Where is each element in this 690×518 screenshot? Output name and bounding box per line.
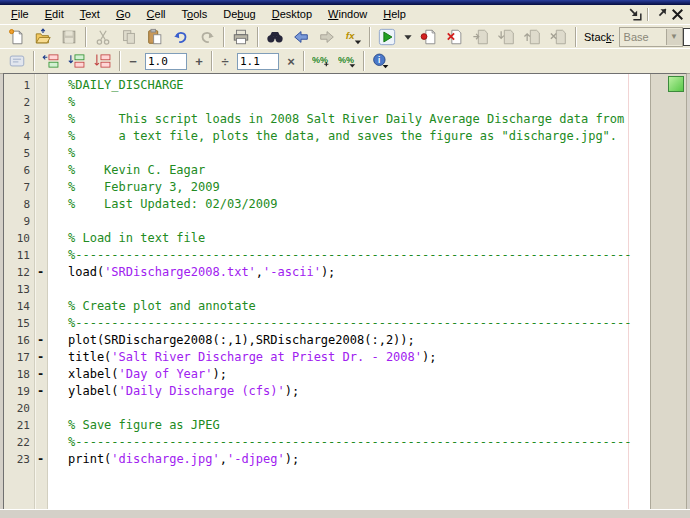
code-line[interactable]: 13	[4, 281, 650, 298]
code-line[interactable]: 10% Load in text file	[4, 230, 650, 247]
print-button[interactable]	[228, 26, 254, 48]
code-line[interactable]: 19-ylabel('Daily Discharge (cfs)');	[4, 383, 650, 400]
line-number: 4	[4, 128, 34, 145]
increment-value-button[interactable]: +	[190, 52, 208, 70]
code-text: %	[47, 94, 650, 111]
toolbar-separator	[363, 51, 365, 71]
code-line[interactable]: 15%-------------------------------------…	[4, 315, 650, 332]
clear-all-breakpoints-button[interactable]	[442, 26, 468, 48]
go-back-button[interactable]	[288, 26, 314, 48]
editor-pane[interactable]: 1%DAILY_DISCHARGE2%3% This script loads …	[3, 73, 687, 512]
exit-debug-button	[546, 26, 572, 48]
evaluate-cell-button[interactable]	[38, 50, 64, 72]
evaluate-cell-advance-button[interactable]	[64, 50, 90, 72]
code-line[interactable]: 6% Kevin C. Eagar	[4, 162, 650, 179]
code-line[interactable]: 7% February 3, 2009	[4, 179, 650, 196]
line-number: 7	[4, 179, 34, 196]
window-tile-button[interactable]	[683, 28, 690, 46]
code-text: ylabel('Daily Discharge (cfs)');	[47, 383, 650, 400]
code-line[interactable]: 17-title('Salt River Discharge at Priest…	[4, 349, 650, 366]
code-text: % Load in text file	[47, 230, 650, 247]
breakpoint-margin[interactable]	[34, 128, 47, 145]
dock-icon[interactable]	[627, 7, 644, 22]
line-number: 11	[4, 247, 34, 264]
menu-desktop[interactable]: Desktop	[264, 6, 320, 23]
code-line[interactable]: 4% a text file, plots the data, and save…	[4, 128, 650, 145]
decrement-value-button[interactable]: −	[124, 52, 142, 70]
menu-text[interactable]: Text	[72, 6, 108, 23]
menu-file[interactable]: File	[3, 6, 37, 23]
breakpoint-margin[interactable]	[34, 400, 47, 417]
menu-debug[interactable]: Debug	[215, 6, 263, 23]
breakpoint-margin[interactable]: -	[34, 349, 47, 366]
multiply-value-button[interactable]: ×	[282, 52, 300, 70]
toolbar-separator	[85, 27, 87, 47]
code-line[interactable]: 14% Create plot and annotate	[4, 298, 650, 315]
breakpoint-margin[interactable]: -	[34, 451, 47, 468]
breakpoint-margin[interactable]	[34, 434, 47, 451]
paste-button[interactable]	[142, 26, 168, 48]
menu-tools[interactable]: Tools	[174, 6, 216, 23]
breakpoint-margin[interactable]	[34, 94, 47, 111]
open-file-button[interactable]	[30, 26, 56, 48]
undock-icon[interactable]	[652, 7, 669, 22]
menu-go[interactable]: Go	[108, 6, 139, 23]
set-clear-breakpoint-button[interactable]	[416, 26, 442, 48]
copy-button	[116, 26, 142, 48]
breakpoint-margin[interactable]	[34, 247, 47, 264]
info-menu-button[interactable]: i	[368, 50, 394, 72]
find-button[interactable]	[262, 26, 288, 48]
code-line[interactable]: 5%	[4, 145, 650, 162]
breakpoint-margin[interactable]	[34, 77, 47, 94]
code-line[interactable]: 8% Last Updated: 02/03/2009	[4, 196, 650, 213]
code-line[interactable]: 11%-------------------------------------…	[4, 247, 650, 264]
code-line[interactable]: 2%	[4, 94, 650, 111]
cell-menu-button[interactable]: %%	[334, 50, 360, 72]
stack-dropdown[interactable]: Base ▼	[619, 27, 683, 47]
breakpoint-margin[interactable]	[34, 298, 47, 315]
code-line[interactable]: 23-print('discharge.jpg','-djpeg');	[4, 451, 650, 468]
evaluate-file-button[interactable]	[90, 50, 116, 72]
breakpoint-margin[interactable]	[34, 281, 47, 298]
code-line[interactable]: 16-plot(SRDischarge2008(:,1),SRDischarge…	[4, 332, 650, 349]
factor-value-input[interactable]	[237, 53, 279, 70]
code-line[interactable]: 1%DAILY_DISCHARGE	[4, 77, 650, 94]
code-line[interactable]: 3% This script loads in 2008 Salt River …	[4, 111, 650, 128]
breakpoint-margin[interactable]	[34, 162, 47, 179]
menu-window[interactable]: Window	[320, 6, 375, 23]
breakpoint-margin[interactable]	[34, 213, 47, 230]
run-dropdown-button[interactable]	[400, 26, 416, 48]
new-file-button[interactable]	[4, 26, 30, 48]
menu-help[interactable]: Help	[375, 6, 414, 23]
run-button[interactable]	[374, 26, 400, 48]
breakpoint-margin[interactable]	[34, 417, 47, 434]
code-line[interactable]: 22%-------------------------------------…	[4, 434, 650, 451]
breakpoint-margin[interactable]	[34, 315, 47, 332]
code-analyzer-status-indicator[interactable]	[668, 76, 684, 92]
main-toolbar: fx Stack: Base ▼ ▼	[0, 24, 690, 49]
increment-value-input[interactable]	[145, 53, 187, 70]
insert-cell-divider-button[interactable]: %%	[308, 50, 334, 72]
line-number: 10	[4, 230, 34, 247]
code-line[interactable]: 18-xlabel('Day of Year');	[4, 366, 650, 383]
breakpoint-margin[interactable]	[34, 111, 47, 128]
breakpoint-margin[interactable]	[34, 145, 47, 162]
breakpoint-margin[interactable]: -	[34, 332, 47, 349]
close-icon[interactable]	[669, 7, 686, 22]
breakpoint-margin[interactable]	[34, 179, 47, 196]
code-area[interactable]: 1%DAILY_DISCHARGE2%3% This script loads …	[4, 74, 650, 511]
menu-edit[interactable]: Edit	[37, 6, 72, 23]
divide-value-button[interactable]: ÷	[216, 52, 234, 70]
breakpoint-margin[interactable]: -	[34, 264, 47, 281]
breakpoint-margin[interactable]: -	[34, 383, 47, 400]
undo-button[interactable]	[168, 26, 194, 48]
code-line[interactable]: 21% Save figure as JPEG	[4, 417, 650, 434]
breakpoint-margin[interactable]: -	[34, 366, 47, 383]
code-line[interactable]: 12-load('SRDischarge2008.txt','-ascii');	[4, 264, 650, 281]
breakpoint-margin[interactable]	[34, 196, 47, 213]
code-line[interactable]: 20	[4, 400, 650, 417]
menu-cell[interactable]: Cell	[139, 6, 174, 23]
breakpoint-margin[interactable]	[34, 230, 47, 247]
code-line[interactable]: 9	[4, 213, 650, 230]
function-browser-button[interactable]: fx	[340, 26, 366, 48]
